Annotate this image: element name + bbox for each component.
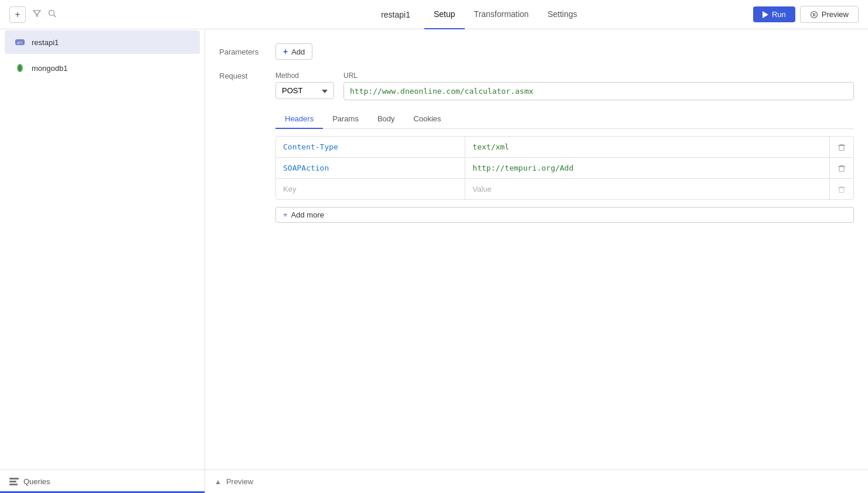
tab-body[interactable]: Body (368, 110, 404, 129)
sidebar: API restapi1 mongodb1 Queries (0, 29, 205, 493)
delete-header-new[interactable] (830, 179, 853, 199)
content-area: Parameters + Add Request Method POST (205, 29, 868, 493)
topbar: + restapi1 Setup Transformation Settings… (0, 0, 868, 29)
sub-tabs: Headers Params Body Cookies (275, 110, 854, 129)
header-key-new[interactable]: Key (276, 179, 465, 199)
svg-rect-10 (9, 481, 16, 482)
chevron-down-icon (322, 86, 328, 95)
tab-settings[interactable]: Settings (538, 0, 587, 29)
header-value-0: text/xml (465, 137, 830, 157)
table-row: SOAPAction http://tempuri.org/Add (276, 158, 853, 179)
tab-transformation[interactable]: Transformation (465, 0, 539, 29)
topbar-right: Run Preview (753, 6, 859, 23)
sidebar-item-restapi1[interactable]: API restapi1 (5, 30, 200, 54)
svg-text:API: API (17, 41, 22, 45)
request-section: Request Method POST (219, 72, 854, 223)
delete-header-1[interactable] (830, 158, 853, 178)
method-value: POST (282, 86, 302, 95)
plus-icon: + (15, 9, 20, 20)
add-more-label: Add more (291, 210, 324, 219)
sidebar-item-label-mongodb1: mongodb1 (32, 64, 67, 73)
preview-bar-label: Preview (226, 477, 253, 486)
svg-point-0 (49, 11, 55, 16)
request-fields: Method POST URL (275, 72, 854, 223)
sidebar-item-label-restapi1: restapi1 (32, 38, 59, 47)
tab-setup[interactable]: Setup (424, 0, 465, 29)
svg-point-3 (811, 11, 817, 18)
header-key-0: Content-Type (276, 137, 465, 157)
svg-rect-11 (9, 484, 18, 485)
restapi-icon: API (14, 36, 26, 48)
tab-params[interactable]: Params (323, 110, 368, 129)
preview-button[interactable]: Preview (800, 6, 859, 23)
parameters-section: Parameters + Add (219, 43, 854, 60)
table-row-empty: Key Value (276, 179, 853, 199)
url-label: URL (343, 72, 854, 80)
run-label: Run (772, 10, 786, 19)
add-datasource-button[interactable]: + (9, 6, 26, 23)
delete-header-0[interactable] (830, 137, 853, 157)
search-icon[interactable] (48, 9, 56, 19)
method-label: Method (275, 72, 334, 80)
method-group: Method POST (275, 72, 334, 100)
sidebar-queries[interactable]: Queries (0, 470, 205, 493)
main-layout: API restapi1 mongodb1 Queries (0, 29, 868, 493)
plus-icon-more: + (283, 210, 288, 219)
svg-point-8 (18, 65, 22, 72)
headers-table: Content-Type text/xml SOA (275, 136, 854, 200)
svg-line-1 (54, 15, 56, 18)
chevron-right-icon: ▲ (215, 478, 222, 486)
request-label: Request (219, 72, 266, 80)
content-inner: Parameters + Add Request Method POST (205, 29, 868, 470)
add-more-button[interactable]: + Add more (275, 207, 854, 223)
filter-icon[interactable] (33, 9, 41, 19)
mongodb-icon (14, 62, 26, 74)
header-value-1: http://tempuri.org/Add (465, 158, 830, 178)
method-select[interactable]: POST (275, 82, 334, 99)
header-key-1: SOAPAction (276, 158, 465, 178)
sidebar-item-mongodb1[interactable]: mongodb1 (5, 56, 200, 80)
tab-headers[interactable]: Headers (275, 110, 323, 129)
svg-point-4 (813, 13, 815, 15)
queries-label: Queries (23, 477, 50, 486)
plus-icon: + (283, 47, 288, 56)
add-param-label: Add (291, 47, 305, 56)
svg-marker-2 (763, 11, 768, 18)
preview-bar[interactable]: ▲ Preview (205, 470, 868, 493)
table-row: Content-Type text/xml (276, 137, 853, 158)
topbar-left: + (9, 6, 215, 23)
run-button[interactable]: Run (753, 6, 795, 22)
url-group: URL (343, 72, 854, 100)
preview-label: Preview (822, 10, 849, 19)
tab-cookies[interactable]: Cookies (404, 110, 451, 129)
parameters-label: Parameters (219, 47, 266, 56)
header-value-new[interactable]: Value (465, 179, 830, 199)
add-parameter-button[interactable]: + Add (275, 43, 312, 60)
datasource-name: restapi1 (381, 10, 410, 19)
method-url-row: Method POST URL (275, 72, 854, 100)
svg-rect-9 (9, 478, 19, 480)
topbar-center: restapi1 Setup Transformation Settings (222, 0, 746, 29)
url-input[interactable] (343, 82, 854, 100)
